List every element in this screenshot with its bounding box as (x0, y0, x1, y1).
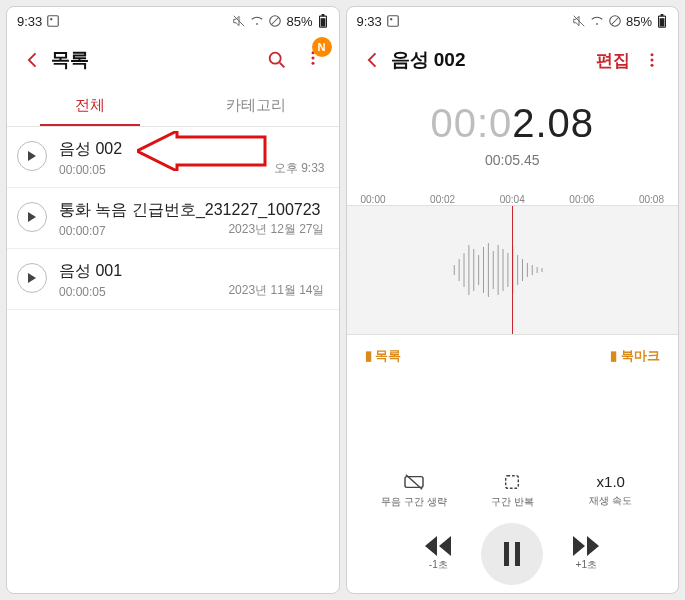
svg-point-3 (257, 23, 259, 25)
battery-icon (317, 14, 329, 28)
svg-point-17 (596, 23, 598, 25)
svg-rect-22 (661, 14, 664, 16)
recordings-list: 음성 002 00:00:05 오후 9:33 통화 녹음 긴급번호_23122… (7, 127, 339, 593)
image-icon (386, 14, 400, 28)
waveform[interactable] (347, 205, 679, 335)
repeat-button[interactable]: 구간 반복 (477, 473, 547, 509)
play-button[interactable] (17, 202, 47, 232)
svg-rect-0 (48, 16, 59, 27)
forward-icon (573, 536, 599, 556)
status-bar: 9:33 85% (347, 7, 679, 35)
battery-pct: 85% (286, 14, 312, 29)
rewind-button[interactable]: -1초 (425, 536, 451, 572)
player-screen: 9:33 85% 음성 002 편집 00:02.08 00:05.45 00:… (346, 6, 680, 594)
rewind-icon (425, 536, 451, 556)
play-button[interactable] (17, 141, 47, 171)
battery-icon (656, 14, 668, 28)
item-timestamp: 2023년 12월 27일 (228, 221, 324, 238)
annotation-arrow-icon (137, 131, 267, 171)
controls-row: 무음 구간 생략 구간 반복 x1.0 재생 속도 (347, 473, 679, 509)
image-icon (46, 14, 60, 28)
svg-rect-49 (515, 542, 520, 566)
tab-all[interactable]: 전체 (7, 85, 173, 126)
svg-line-5 (272, 18, 279, 25)
total-time: 00:05.45 (347, 152, 679, 168)
svg-line-19 (611, 18, 618, 25)
page-title: 목록 (51, 47, 259, 73)
time-ruler: 00:00 00:02 00:04 00:06 00:08 (347, 194, 679, 205)
playhead[interactable] (512, 206, 513, 334)
more-button[interactable]: N (295, 47, 331, 73)
bookmark-list-button[interactable]: ▮ 목록 (365, 347, 402, 365)
play-icon (27, 273, 37, 283)
battery-pct: 85% (626, 14, 652, 29)
svg-rect-48 (504, 542, 509, 566)
search-icon (266, 49, 288, 71)
no-sim-icon (608, 14, 622, 28)
clock: 9:33 (357, 14, 382, 29)
svg-point-15 (390, 18, 392, 20)
chevron-left-icon (23, 50, 43, 70)
list-screen: 9:33 85% 목록 N 전체 카테고리 (6, 6, 340, 594)
pause-button[interactable] (481, 523, 543, 585)
svg-point-1 (50, 18, 52, 20)
mute-icon (572, 14, 586, 28)
svg-rect-8 (321, 14, 324, 16)
kebab-icon (643, 49, 661, 71)
play-button[interactable] (17, 263, 47, 293)
skip-silence-icon (403, 473, 425, 491)
more-button[interactable] (634, 49, 670, 71)
svg-rect-14 (388, 16, 399, 27)
forward-button[interactable]: +1초 (573, 536, 599, 572)
svg-point-24 (651, 59, 654, 62)
bookmark-button[interactable]: ▮ 북마크 (610, 347, 660, 365)
clock: 9:33 (17, 14, 42, 29)
svg-rect-21 (660, 18, 665, 26)
edit-button[interactable]: 편집 (596, 49, 630, 72)
svg-point-9 (269, 53, 280, 64)
skip-silence-button[interactable]: 무음 구간 생략 (379, 473, 449, 509)
back-button[interactable] (15, 50, 51, 70)
notification-badge: N (312, 37, 332, 57)
list-item[interactable]: 통화 녹음 긴급번호_231227_100723 00:00:07 2023년 … (7, 188, 339, 249)
status-bar: 9:33 85% (7, 7, 339, 35)
list-header: 목록 N (7, 35, 339, 85)
repeat-icon (501, 473, 523, 491)
wifi-icon (250, 14, 264, 28)
mute-icon (232, 14, 246, 28)
play-icon (27, 151, 37, 161)
no-sim-icon (268, 14, 282, 28)
svg-rect-47 (506, 476, 519, 489)
speed-button[interactable]: x1.0 재생 속도 (576, 473, 646, 508)
item-timestamp: 2023년 11월 14일 (228, 282, 324, 299)
tabs: 전체 카테고리 (7, 85, 339, 127)
svg-point-23 (651, 53, 654, 56)
play-icon (27, 212, 37, 222)
page-title: 음성 002 (391, 47, 597, 73)
list-item[interactable]: 음성 001 00:00:05 2023년 11월 14일 (7, 249, 339, 310)
svg-point-13 (311, 62, 314, 65)
svg-point-25 (651, 64, 654, 67)
chevron-left-icon (363, 50, 383, 70)
svg-point-12 (311, 57, 314, 60)
search-button[interactable] (259, 49, 295, 71)
svg-line-10 (279, 63, 284, 68)
tab-category[interactable]: 카테고리 (173, 85, 339, 126)
back-button[interactable] (355, 50, 391, 70)
player-header: 음성 002 편집 (347, 35, 679, 85)
svg-rect-7 (320, 18, 325, 26)
wifi-icon (590, 14, 604, 28)
item-timestamp: 오후 9:33 (274, 160, 325, 177)
item-title: 통화 녹음 긴급번호_231227_100723 (59, 200, 325, 221)
elapsed-time: 00:02.08 (347, 101, 679, 146)
pause-icon (502, 542, 522, 566)
item-title: 음성 001 (59, 261, 325, 282)
bookmark-row: ▮ 목록 ▮ 북마크 (347, 335, 679, 377)
transport-row: -1초 +1초 (347, 509, 679, 593)
